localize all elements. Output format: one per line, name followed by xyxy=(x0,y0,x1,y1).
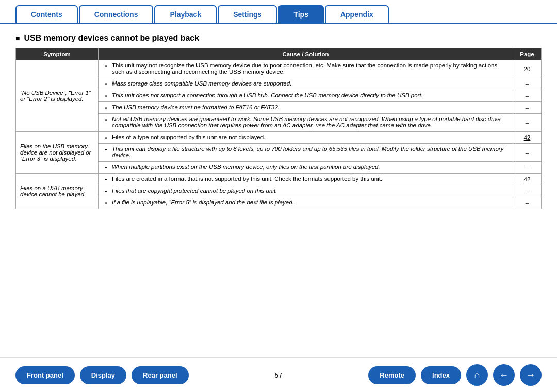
index-button[interactable]: Index xyxy=(421,366,461,384)
page-cell-0-3: – xyxy=(513,102,542,114)
solution-cell-0-0: This unit may not recognize the USB memo… xyxy=(99,60,513,78)
page-cell-0-4: – xyxy=(513,114,542,132)
symptom-table: Symptom Cause / Solution Page “No USB De… xyxy=(15,48,542,209)
page-cell-2-2: – xyxy=(513,197,542,209)
display-button[interactable]: Display xyxy=(80,366,126,384)
forward-icon[interactable]: → xyxy=(520,364,542,386)
top-navigation: ContentsConnectionsPlaybackSettingsTipsA… xyxy=(0,5,557,24)
symptom-cell-0: “No USB Device”, “Error 1” or “Error 2” … xyxy=(16,60,99,132)
solution-cell-1-0: Files of a type not supported by this un… xyxy=(99,132,513,144)
solution-cell-0-4: Not all USB memory devices are guarantee… xyxy=(99,114,513,132)
page-cell-0-1: – xyxy=(513,78,542,90)
remote-button[interactable]: Remote xyxy=(368,366,416,384)
symptom-cell-1: Files on the USB memory device are not d… xyxy=(16,132,99,174)
main-content: USB memory devices cannot be played back… xyxy=(0,24,557,357)
solution-cell-0-2: This unit does not support a connection … xyxy=(99,90,513,102)
tab-playback[interactable]: Playback xyxy=(154,5,217,23)
page-cell-2-1: – xyxy=(513,185,542,197)
bottom-nav-right: RemoteIndex⌂←→ xyxy=(368,364,542,386)
page-cell-1-2: – xyxy=(513,162,542,174)
symptom-cell-2: Files on a USB memory device cannot be p… xyxy=(16,174,99,209)
solution-cell-1-2: When multiple partitions exist on the US… xyxy=(99,162,513,174)
page-cell-2-0: 42 xyxy=(513,174,542,185)
tab-contents[interactable]: Contents xyxy=(15,5,78,23)
home-icon[interactable]: ⌂ xyxy=(466,364,488,386)
tab-appendix[interactable]: Appendix xyxy=(325,5,389,23)
tab-connections[interactable]: Connections xyxy=(79,5,154,23)
col-header-symptom: Symptom xyxy=(16,48,99,60)
back-icon[interactable]: ← xyxy=(493,364,515,386)
page-cell-0-0: 20 xyxy=(513,60,542,78)
rear-panel-button[interactable]: Rear panel xyxy=(132,366,188,384)
solution-cell-0-3: The USB memory device must be formatted … xyxy=(99,102,513,114)
solution-cell-0-1: Mass storage class compatible USB memory… xyxy=(99,78,513,90)
solution-cell-2-2: If a file is unplayable, “Error 5” is di… xyxy=(99,197,513,209)
front-panel-button[interactable]: Front panel xyxy=(15,366,75,384)
solution-cell-1-1: This unit can display a file structure w… xyxy=(99,144,513,162)
col-header-page: Page xyxy=(513,48,542,60)
bottom-navigation: Front panelDisplayRear panel 57 RemoteIn… xyxy=(0,357,557,392)
tab-tips[interactable]: Tips xyxy=(278,5,324,23)
solution-cell-2-1: Files that are copyright protected canno… xyxy=(99,185,513,197)
page-cell-1-1: – xyxy=(513,144,542,162)
page-cell-1-0: 42 xyxy=(513,132,542,144)
section-title: USB memory devices cannot be played back xyxy=(15,33,542,43)
tab-settings[interactable]: Settings xyxy=(218,5,277,23)
col-header-cause: Cause / Solution xyxy=(99,48,513,60)
bottom-nav-left: Front panelDisplayRear panel xyxy=(15,366,189,384)
page-cell-0-2: – xyxy=(513,90,542,102)
solution-cell-2-0: Files are created in a format that is no… xyxy=(99,174,513,185)
page-number: 57 xyxy=(275,371,282,379)
